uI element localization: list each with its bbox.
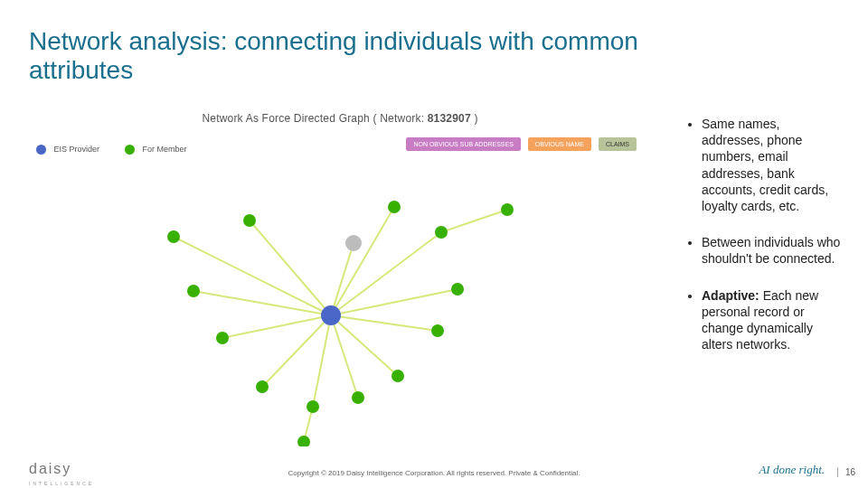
page-number: 16 bbox=[837, 467, 855, 477]
legend-chip-obvious-name: OBVIOUS NAME bbox=[528, 137, 591, 151]
bullet-1: Same names, addresses, phone numbers, em… bbox=[702, 116, 841, 214]
bullet-list-panel: Same names, addresses, phone numbers, em… bbox=[687, 116, 841, 372]
graph-node-member[interactable] bbox=[501, 203, 514, 216]
page-title: Network analysis: connecting individuals… bbox=[29, 27, 716, 85]
graph-title-prefix: Network As Force Directed Graph ( Networ… bbox=[202, 112, 427, 125]
legend-label-provider: EIS Provider bbox=[54, 145, 100, 154]
tagline: AI done right. bbox=[759, 463, 825, 477]
graph-edge bbox=[331, 289, 458, 315]
graph-edge bbox=[222, 315, 331, 338]
graph-node-member[interactable] bbox=[392, 370, 404, 382]
legend-item-provider: EIS Provider bbox=[36, 145, 99, 155]
graph-node-member[interactable] bbox=[187, 285, 200, 297]
graph-node-member[interactable] bbox=[256, 380, 269, 393]
graph-edge bbox=[331, 243, 354, 315]
graph-edge bbox=[174, 237, 331, 315]
force-directed-graph bbox=[33, 157, 647, 446]
graph-node-member[interactable] bbox=[216, 332, 229, 344]
graph-edge bbox=[441, 210, 507, 232]
bullet-list: Same names, addresses, phone numbers, em… bbox=[702, 116, 841, 352]
legend-marker-provider bbox=[36, 145, 46, 155]
bullet-3-emphasis: Adaptive: bbox=[702, 288, 760, 303]
graph-node-provider[interactable] bbox=[321, 305, 341, 325]
graph-node-member[interactable] bbox=[352, 391, 364, 404]
graph-node-member[interactable] bbox=[297, 436, 310, 446]
graph-node-member[interactable] bbox=[431, 324, 444, 337]
graph-edge bbox=[193, 291, 331, 315]
graph-edge bbox=[262, 315, 331, 387]
graph-node-member[interactable] bbox=[243, 214, 256, 227]
graph-edge bbox=[313, 315, 331, 407]
graph-node-member[interactable] bbox=[307, 400, 319, 413]
network-graph-panel: Network As Force Directed Graph ( Networ… bbox=[33, 112, 647, 446]
graph-node-member[interactable] bbox=[451, 283, 464, 296]
legend-chip-non-obvious: NON OBVIOUS SUB ADDRESSES bbox=[406, 137, 520, 151]
graph-title-value: 8132907 bbox=[428, 112, 471, 125]
graph-node-member[interactable] bbox=[388, 201, 401, 213]
graph-node-member[interactable] bbox=[435, 226, 448, 239]
footer: daisy INTELLIGENCE Copyright © 2019 Dais… bbox=[0, 463, 868, 484]
legend-right: NON OBVIOUS SUB ADDRESSES OBVIOUS NAME C… bbox=[406, 137, 637, 151]
legend-chip-claims: CLAIMS bbox=[599, 137, 637, 151]
graph-title-suffix: ) bbox=[471, 112, 478, 125]
graph-node-other[interactable] bbox=[345, 235, 362, 251]
logo-subtext: INTELLIGENCE bbox=[29, 481, 94, 486]
graph-edge bbox=[331, 207, 394, 315]
graph-edge bbox=[250, 221, 331, 315]
bullet-3: Adaptive: Each new personal record or ch… bbox=[702, 287, 841, 353]
bullet-2: Between individuals who shouldn't be con… bbox=[702, 234, 841, 267]
legend-label-member: For Member bbox=[143, 145, 187, 154]
legend-marker-member bbox=[125, 145, 135, 155]
legend-item-member: For Member bbox=[125, 145, 187, 155]
graph-title: Network As Force Directed Graph ( Networ… bbox=[33, 112, 647, 125]
copyright: Copyright © 2019 Daisy Intelligence Corp… bbox=[0, 469, 868, 477]
graph-edge bbox=[331, 315, 438, 331]
legend-left: EIS Provider For Member bbox=[36, 145, 187, 155]
graph-node-member[interactable] bbox=[167, 230, 180, 243]
